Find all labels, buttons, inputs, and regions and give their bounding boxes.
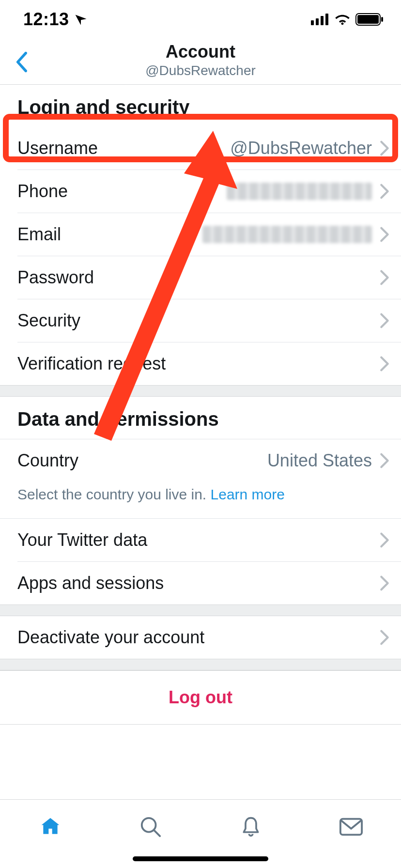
status-bar: 12:13 [0, 0, 401, 39]
nav-notifications[interactable] [237, 813, 264, 840]
svg-rect-2 [321, 16, 324, 25]
row-label: Country [17, 450, 78, 471]
home-icon [39, 816, 62, 837]
screen: 12:13 Account @DubsRewatcher Login and s… [0, 0, 401, 868]
learn-more-link[interactable]: Learn more [211, 486, 285, 502]
row-label: Email [17, 224, 61, 245]
row-country[interactable]: Country United States [0, 439, 401, 482]
row-value: United States [267, 450, 372, 471]
svg-rect-9 [340, 819, 361, 835]
chevron-right-icon [380, 269, 389, 286]
chevron-right-icon [380, 629, 389, 646]
row-label: Username [17, 138, 98, 158]
svg-rect-5 [357, 15, 379, 24]
row-email[interactable]: Email [0, 213, 401, 256]
bottom-nav [0, 799, 401, 868]
status-right [311, 13, 384, 26]
redacted-value [202, 226, 372, 243]
chevron-right-icon [380, 140, 389, 156]
helper-text: Select the country you live in. [17, 486, 211, 502]
home-indicator [133, 856, 268, 861]
row-deactivate[interactable]: Deactivate your account [0, 616, 401, 659]
section-gap [0, 385, 401, 397]
svg-rect-1 [316, 18, 319, 25]
row-label: Verification request [17, 354, 166, 374]
country-helper: Select the country you live in. Learn mo… [0, 482, 401, 518]
nav-home[interactable] [37, 813, 64, 840]
search-icon [139, 816, 162, 838]
row-apps-sessions[interactable]: Apps and sessions [0, 562, 401, 604]
chevron-right-icon [380, 575, 389, 591]
status-time: 12:13 [23, 9, 69, 30]
chevron-left-icon [15, 51, 28, 73]
chevron-right-icon [380, 452, 389, 469]
row-label: Phone [17, 181, 68, 202]
svg-rect-0 [311, 20, 314, 25]
battery-icon [355, 13, 384, 26]
svg-line-8 [154, 831, 160, 837]
back-button[interactable] [10, 47, 33, 77]
svg-rect-3 [325, 14, 328, 25]
nav-messages[interactable] [338, 813, 365, 840]
row-twitter-data[interactable]: Your Twitter data [0, 519, 401, 561]
section-gap [0, 659, 401, 670]
row-password[interactable]: Password [0, 256, 401, 299]
section-gap [0, 604, 401, 616]
location-icon [74, 13, 88, 26]
row-label: Deactivate your account [17, 627, 204, 648]
section-title-login: Login and security [0, 85, 401, 127]
header-titles: Account @DubsRewatcher [0, 39, 401, 78]
row-username[interactable]: Username @DubsRewatcher [0, 127, 401, 170]
row-verification[interactable]: Verification request [0, 342, 401, 385]
page-subtitle: @DubsRewatcher [0, 63, 401, 78]
row-phone[interactable]: Phone [0, 170, 401, 213]
row-security[interactable]: Security [0, 299, 401, 342]
chevron-right-icon [380, 532, 389, 548]
status-left: 12:13 [23, 9, 88, 30]
row-value: @DubsRewatcher [230, 138, 372, 158]
cellular-icon [311, 14, 329, 25]
wifi-icon [334, 14, 351, 25]
chevron-right-icon [380, 312, 389, 329]
svg-point-7 [141, 818, 155, 832]
section-title-data: Data and permissions [0, 397, 401, 439]
chevron-right-icon [380, 183, 389, 200]
page-header: Account @DubsRewatcher [0, 39, 401, 85]
bell-icon [240, 815, 262, 838]
svg-rect-6 [381, 17, 383, 22]
logout-button[interactable]: Log out [0, 670, 401, 725]
mail-icon [339, 817, 363, 837]
nav-search[interactable] [137, 813, 164, 840]
page-title: Account [0, 42, 401, 62]
redacted-value [227, 183, 372, 200]
chevron-right-icon [380, 226, 389, 243]
row-label: Security [17, 310, 80, 331]
row-label: Password [17, 267, 94, 288]
chevron-right-icon [380, 356, 389, 372]
row-label: Your Twitter data [17, 530, 147, 550]
row-label: Apps and sessions [17, 573, 164, 593]
